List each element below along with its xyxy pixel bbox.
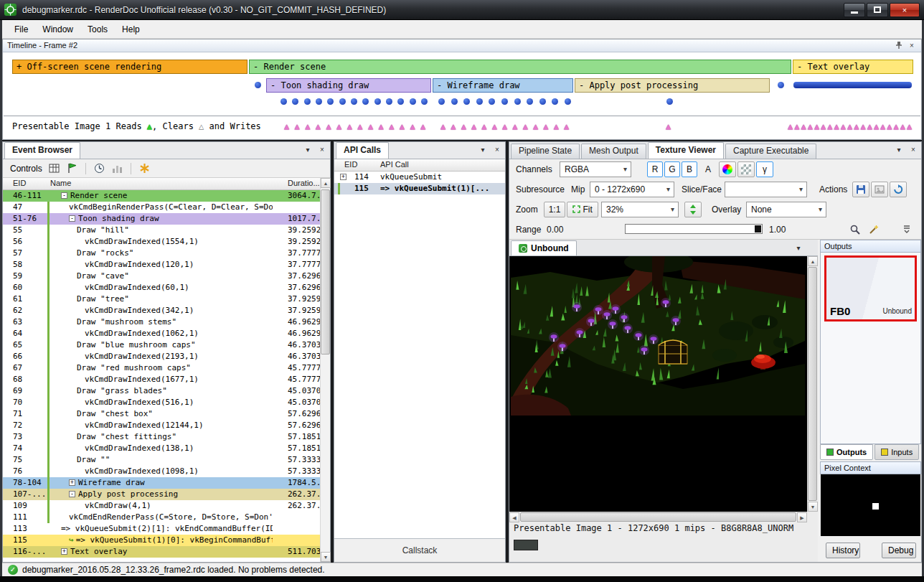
write-marker-triangle[interactable]: ▲ [554,121,559,131]
menu-help[interactable]: Help [116,22,146,37]
write-marker-triangle[interactable]: ▲ [801,121,806,131]
texture-tab-unbound[interactable]: Unbound [511,240,577,255]
pin-icon[interactable] [894,41,904,51]
write-marker-triangle[interactable]: ▲ [451,121,456,131]
menu-tools[interactable]: Tools [81,22,114,37]
event-row-115[interactable]: 115↪=> vkQueueSubmit(1)[0]: vkBeginComma… [3,535,320,546]
write-marker-triangle[interactable]: ▲ [512,121,517,131]
api-calls-close-icon[interactable]: × [492,145,502,155]
write-marker-triangle[interactable]: ▲ [326,121,331,131]
timeline-draw-dot[interactable] [552,98,558,105]
expander-icon[interactable]: + [61,548,67,555]
write-marker-triangle[interactable]: ▲ [533,121,538,131]
texture-display[interactable] [509,256,807,512]
event-row-116-...[interactable]: 116-...+Text overlay511.7037 [3,546,320,558]
red-channel-button[interactable]: R [647,161,663,177]
write-marker-triangle[interactable]: ▲ [827,121,832,131]
event-row-69[interactable]: 69Draw "grass blades"45.03704 [3,385,320,397]
timeline-draw-dot[interactable] [339,98,346,105]
event-browser-close-icon[interactable]: × [317,145,327,155]
time-draws-icon[interactable] [93,162,105,174]
event-row-107-...[interactable]: 107-...-Apply post processing262.37... [3,489,320,500]
timeline-draw-dot[interactable] [514,98,521,105]
timeline-draw-dot[interactable] [410,98,416,105]
write-marker-triangle[interactable]: ▲ [295,121,300,131]
gamma-button[interactable]: γ [756,161,773,177]
timeline-draw-dot[interactable] [666,98,673,105]
timeline-draw-dot[interactable] [501,98,508,105]
timeline-draw-dot[interactable] [539,98,546,105]
zoom-range-icon[interactable] [847,222,864,238]
event-row-74[interactable]: 74vkCmdDrawIndexed(138,1)57.18518 [3,443,320,454]
write-marker-triangle[interactable]: ▲ [523,121,528,131]
timeline-draw-dot[interactable] [374,98,381,105]
timeline-draw-dot[interactable] [421,98,428,105]
write-marker-triangle[interactable]: ▲ [834,121,839,131]
expander-icon[interactable]: - [61,192,67,199]
texture-hscroll[interactable]: ◀ ▶ [509,512,807,522]
tab-outputs[interactable]: Outputs [820,444,873,460]
channels-dropdown[interactable]: RGBA [560,161,631,177]
range-slider[interactable] [625,224,763,234]
write-marker-triangle[interactable]: ▲ [379,121,384,131]
write-marker-triangle[interactable]: ▲ [666,121,671,131]
fit-button[interactable]: Fit [567,202,598,217]
timeline-draw-dot[interactable] [280,98,287,105]
timeline-canvas[interactable]: + Off-screen scene rendering- Render sce… [4,52,920,116]
expander-icon[interactable]: - [69,215,75,222]
scroll-down-icon[interactable]: ▼ [321,552,331,562]
goto-resource-icon[interactable] [890,182,907,197]
write-marker-triangle[interactable]: ▲ [440,121,446,131]
timeline-draw-dot[interactable] [778,82,784,88]
timeline-bar-toon-shading-draw[interactable]: - Toon shading draw [266,78,431,93]
maximize-button[interactable] [867,3,888,17]
mip-dropdown[interactable]: 0 - 1272x690 [590,182,674,197]
tab-api-calls[interactable]: API Calls [336,142,389,159]
timeline-draw-dot[interactable] [476,98,483,105]
event-row-56[interactable]: 56vkCmdDrawIndexed(1554,1)39.25926 [3,236,320,248]
event-row-62[interactable]: 62vkCmdDrawIndexed(342,1)37.92593 [3,305,320,316]
timeline-draw-dot[interactable] [351,98,357,105]
write-marker-triangle[interactable]: ▲ [316,121,321,131]
event-row-59[interactable]: 59Draw "cave"37.62963 [3,271,320,282]
event-row-78-104[interactable]: 78-104+Wireframe draw1784.5... [3,477,320,489]
event-row-65[interactable]: 65Draw "blue mushroom caps"46.37037 [3,339,320,351]
overlay-dropdown[interactable]: None [746,202,826,217]
api-calls-menu-icon[interactable]: ▾ [478,145,488,155]
scroll-thumb[interactable] [321,189,330,355]
browse-timeline-icon[interactable] [48,162,60,174]
event-row-72[interactable]: 72vkCmdDrawIndexed(12144,1)57.62963 [3,420,320,431]
scroll-thumb[interactable] [520,512,796,522]
write-marker-triangle[interactable]: ▲ [368,121,373,131]
tab-inputs[interactable]: Inputs [874,444,919,460]
api-row-115[interactable]: 115=> vkQueueSubmit(1)[... [334,183,505,194]
write-marker-triangle[interactable]: ▲ [847,121,852,131]
api-row-114[interactable]: +114vkQueueSubmit [334,172,505,183]
event-row-68[interactable]: 68vkCmdDrawIndexed(1677,1)45.77778 [3,374,320,385]
write-marker-triangle[interactable]: ▲ [788,121,793,131]
event-browser-menu-icon[interactable]: ▾ [303,145,313,155]
history-button[interactable]: History [826,543,860,558]
write-marker-triangle[interactable]: ▲ [389,121,394,131]
event-row-71[interactable]: 71Draw "chest box"57.62963 [3,408,320,420]
write-marker-triangle[interactable]: ▲ [492,121,497,131]
write-marker-triangle[interactable]: ▲ [867,121,872,131]
write-marker-triangle[interactable]: ▲ [814,121,819,131]
timeline-bar-render-scene[interactable]: - Render scene [249,60,791,74]
write-marker-triangle[interactable]: ▲ [887,121,892,131]
scroll-up-icon[interactable]: ▲ [808,256,818,266]
timeline-close-icon[interactable]: × [907,41,917,51]
right-panel-menu-icon[interactable]: ▾ [894,145,904,155]
write-marker-triangle[interactable]: ▲ [841,121,846,131]
scroll-up-icon[interactable]: ▲ [321,178,331,188]
write-marker-triangle[interactable]: ▲ [794,121,799,131]
timeline-draw-dot[interactable] [527,98,533,105]
timeline-draw-dot[interactable] [255,82,261,88]
timeline-draw-dot[interactable] [386,98,392,105]
write-marker-triangle[interactable]: ▲ [854,121,859,131]
pixel-context-view[interactable] [821,474,920,536]
scroll-thumb[interactable] [808,267,817,501]
timeline-marker-strip[interactable]: Presentable Image 1 Reads ▲, Clears △ an… [4,116,920,139]
timeline-bar-wireframe-draw[interactable]: - Wireframe draw [433,78,573,93]
event-row-67[interactable]: 67Draw "red mushroom caps"45.77778 [3,362,320,374]
